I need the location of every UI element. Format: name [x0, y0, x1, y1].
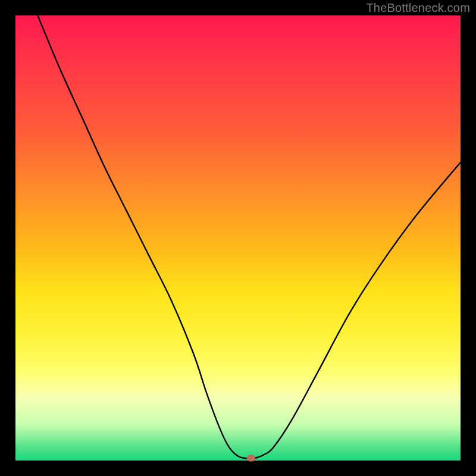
bottleneck-curve [37, 15, 461, 459]
chart-frame: TheBottleneck.com [0, 0, 476, 476]
min-marker [247, 455, 255, 462]
watermark-text: TheBottleneck.com [366, 1, 470, 15]
plot-area [15, 15, 461, 461]
curve-svg [15, 15, 461, 461]
